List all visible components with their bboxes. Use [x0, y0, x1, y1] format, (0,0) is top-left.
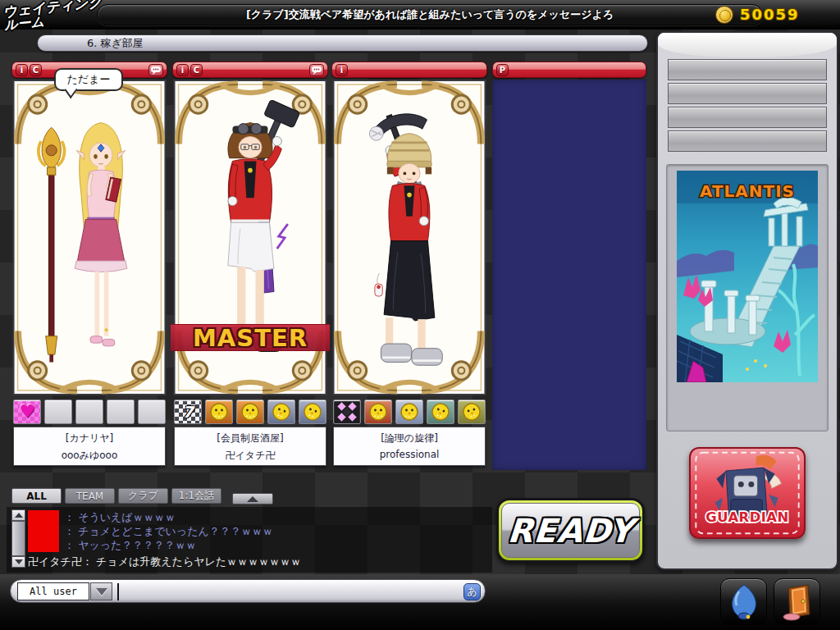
player3-card: [331, 80, 487, 395]
chat-scroll-up-button[interactable]: [11, 509, 25, 521]
item-shop-button[interactable]: [720, 578, 767, 625]
coin-count: 50059: [740, 6, 800, 23]
chick-tilted-icon: [302, 401, 323, 422]
arrow-down-icon: [15, 559, 23, 564]
player1-nameplate: [カナリヤ] oooみゆooo: [13, 427, 166, 466]
guardian-card[interactable]: GUARDIAN: [689, 447, 806, 539]
sidebar-option-bar-1[interactable]: [668, 59, 827, 80]
bottom-bar: All user あ: [0, 574, 840, 630]
player3-item-chick: [395, 399, 423, 424]
chat-composer: All user あ: [10, 579, 486, 603]
chick-icon: [399, 401, 420, 422]
player2-item-chick: [299, 399, 326, 424]
chat-message-4-sender: 卍イタチ卍: [28, 555, 82, 568]
chick-icon: [368, 401, 389, 422]
chat-message-3: ： ヤッった？？？？？ｗｗ: [64, 538, 196, 553]
player-slot-3: i: [331, 62, 487, 78]
guardian-label: GUARDIAN: [705, 509, 788, 525]
player1-item-empty: [75, 399, 103, 424]
ready-button[interactable]: READY: [496, 498, 645, 563]
master-band: MASTER: [171, 324, 330, 351]
player1-item-heart: ♥: [13, 399, 41, 424]
chat-tab-bar: ALL TEAM クラブ 1:1会話: [11, 488, 221, 504]
player1-info-button[interactable]: i: [16, 64, 28, 76]
notice-ticker: [クラブ]交流戦ペア希望があれば誰と組みたいって言うのをメッセージよろ: [97, 4, 763, 25]
player-slot-4-empty: P: [492, 62, 648, 78]
speech-text: ただまー: [67, 72, 111, 87]
player1-item-empty: [138, 399, 166, 424]
door-icon: [780, 583, 815, 621]
player2-nameplate: [会員制居酒屋] 卍イタチ卍: [174, 427, 326, 466]
player1-whisper-bubble-button[interactable]: [148, 64, 163, 76]
chat-scrollbar-track[interactable]: [11, 521, 25, 556]
player1-item-empty: [44, 399, 72, 424]
stage-preview-image: ATLANTIS: [677, 171, 818, 382]
room-title: 6. 稼ぎ部屋: [87, 36, 144, 51]
player2-item-chick: [205, 399, 233, 424]
player3-header: i: [331, 62, 487, 78]
player2-c-button[interactable]: C: [190, 64, 203, 76]
player2-card: MASTER: [172, 80, 328, 395]
chat-log-panel: ： そういえばｗｗｗｗ ： チョメとどこまでいったん？？？ｗｗｗ ： ヤッった？…: [7, 507, 492, 573]
chat-bubble-icon: [312, 66, 322, 75]
sidebar-option-bar-3[interactable]: [668, 107, 827, 128]
leave-room-button[interactable]: [774, 578, 820, 625]
ime-mode-badge[interactable]: あ: [463, 583, 481, 600]
chick-tilted-icon: [430, 401, 451, 422]
heart-icon: ♥: [19, 403, 35, 421]
stage-preview-panel[interactable]: ATLANTIS: [666, 164, 829, 431]
player2-item-chick: [267, 399, 295, 424]
chick-tilted-icon: [461, 401, 482, 422]
chat-tab-team[interactable]: TEAM: [65, 488, 115, 504]
player1-card: [11, 80, 167, 395]
chat-message-2: ： チョメとどこまでいったん？？？ｗｗｗ: [64, 524, 273, 539]
player1-item-row: ♥: [13, 399, 166, 424]
ready-label: READY: [506, 512, 635, 550]
coin-icon: [715, 6, 733, 24]
player3-info-button[interactable]: i: [336, 64, 348, 76]
arrow-up-icon: [15, 513, 23, 518]
chick-icon: [208, 401, 230, 422]
chat-scroll-down-button[interactable]: [11, 556, 25, 568]
badge-7: 7: [182, 403, 193, 421]
player1-item-empty: [107, 399, 135, 424]
master-label: MASTER: [193, 324, 308, 352]
player1-speech-bubble: ただまー: [54, 68, 123, 91]
notice-text: [クラブ]交流戦ペア希望があれば誰と組みたいって言うのをメッセージよろ: [246, 7, 614, 22]
chick-icon: [240, 401, 261, 422]
chat-bubble-icon: [151, 66, 161, 75]
channel-dropdown-button[interactable]: [90, 582, 112, 600]
player2-item-row: 7: [174, 399, 326, 424]
ready-button-ring: READY: [499, 500, 642, 560]
chick-tilted-icon: [271, 401, 292, 422]
chat-tab-club[interactable]: クラブ: [118, 488, 168, 504]
sidebar-option-bar-2[interactable]: [668, 83, 827, 104]
player3-item-row: [333, 399, 486, 424]
room-title-bar: 6. 稼ぎ部屋: [37, 34, 648, 52]
player3-name: professional: [334, 449, 485, 460]
chat-tab-1on1[interactable]: 1:1会話: [171, 488, 221, 504]
diamond-pattern-icon: [336, 401, 358, 422]
player2-whisper-bubble-button[interactable]: [309, 64, 324, 76]
sidebar-option-bar-4[interactable]: [668, 130, 827, 152]
player2-header: i C: [172, 62, 328, 78]
player1-name: oooみゆooo: [14, 449, 165, 463]
player4-p-button[interactable]: P: [496, 64, 509, 76]
player-slot-2: i C: [172, 62, 328, 78]
chat-input[interactable]: [119, 582, 445, 601]
censored-sender-block: [28, 510, 59, 552]
player4-header: P: [492, 62, 646, 78]
chevron-down-icon: [96, 588, 107, 596]
player3-item-chick: [427, 399, 454, 424]
chat-message-4: 卍イタチ卍： チョメは升教えたらヤレたｗｗｗｗｗｗｗ: [28, 555, 301, 569]
stage-name-label: ATLANTIS: [700, 181, 795, 201]
chat-tab-all[interactable]: ALL: [11, 488, 62, 504]
player2-info-button[interactable]: i: [176, 64, 189, 76]
guardian-illustration: GUARDIAN: [691, 449, 804, 537]
player2-club: [会員制居酒屋]: [175, 431, 326, 445]
chat-collapse-button[interactable]: [232, 493, 273, 504]
chevron-up-icon: [247, 496, 258, 502]
ready-button-face: READY: [501, 503, 640, 558]
chat-channel-select[interactable]: All user: [17, 582, 89, 600]
player1-c-button[interactable]: C: [30, 64, 42, 76]
